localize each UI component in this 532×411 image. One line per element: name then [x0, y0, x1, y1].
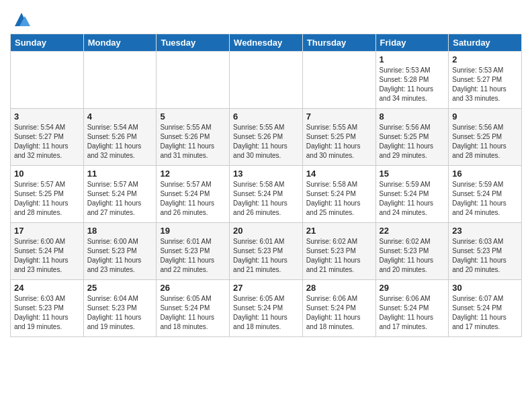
day-info: Sunrise: 5:56 AM Sunset: 5:25 PM Dayligh… — [452, 123, 518, 161]
day-number: 24 — [14, 283, 80, 293]
day-info: Sunrise: 5:59 AM Sunset: 5:24 PM Dayligh… — [380, 180, 445, 218]
day-info: Sunrise: 5:55 AM Sunset: 5:26 PM Dayligh… — [160, 123, 226, 161]
day-cell: 24Sunrise: 6:03 AM Sunset: 5:23 PM Dayli… — [11, 280, 84, 337]
day-number: 27 — [233, 283, 299, 293]
day-info: Sunrise: 6:02 AM Sunset: 5:23 PM Dayligh… — [380, 237, 445, 275]
day-cell: 23Sunrise: 6:03 AM Sunset: 5:23 PM Dayli… — [449, 223, 522, 280]
header-cell-tuesday: Tuesday — [157, 34, 230, 52]
week-row-2: 3Sunrise: 5:54 AM Sunset: 5:27 PM Daylig… — [11, 109, 522, 166]
week-row-5: 24Sunrise: 6:03 AM Sunset: 5:23 PM Dayli… — [11, 280, 522, 337]
header-cell-thursday: Thursday — [302, 34, 375, 52]
day-number: 19 — [160, 226, 226, 236]
day-number: 16 — [452, 169, 518, 179]
day-info: Sunrise: 6:06 AM Sunset: 5:24 PM Dayligh… — [380, 294, 445, 332]
day-info: Sunrise: 5:58 AM Sunset: 5:24 PM Dayligh… — [306, 180, 372, 218]
day-cell — [11, 52, 84, 109]
day-number: 2 — [452, 54, 518, 64]
day-cell: 15Sunrise: 5:59 AM Sunset: 5:24 PM Dayli… — [375, 166, 449, 223]
day-info: Sunrise: 5:54 AM Sunset: 5:26 PM Dayligh… — [87, 123, 153, 161]
day-cell: 17Sunrise: 6:00 AM Sunset: 5:24 PM Dayli… — [11, 223, 84, 280]
day-number: 17 — [14, 226, 80, 236]
day-cell: 16Sunrise: 5:59 AM Sunset: 5:24 PM Dayli… — [449, 166, 522, 223]
logo-icon — [11, 9, 32, 30]
day-info: Sunrise: 5:54 AM Sunset: 5:27 PM Dayligh… — [14, 123, 80, 161]
week-row-1: 1Sunrise: 5:53 AM Sunset: 5:28 PM Daylig… — [11, 52, 522, 109]
day-info: Sunrise: 6:00 AM Sunset: 5:24 PM Dayligh… — [14, 237, 80, 275]
day-number: 25 — [87, 283, 153, 293]
day-cell: 2Sunrise: 5:53 AM Sunset: 5:27 PM Daylig… — [449, 52, 522, 109]
day-cell: 20Sunrise: 6:01 AM Sunset: 5:23 PM Dayli… — [230, 223, 303, 280]
header-cell-sunday: Sunday — [11, 34, 84, 52]
day-number: 11 — [87, 169, 153, 179]
day-number: 3 — [14, 111, 80, 122]
day-info: Sunrise: 5:58 AM Sunset: 5:24 PM Dayligh… — [233, 180, 299, 218]
day-cell: 22Sunrise: 6:02 AM Sunset: 5:23 PM Dayli… — [375, 223, 449, 280]
week-row-4: 17Sunrise: 6:00 AM Sunset: 5:24 PM Dayli… — [11, 223, 522, 280]
day-info: Sunrise: 5:57 AM Sunset: 5:25 PM Dayligh… — [14, 180, 80, 218]
day-info: Sunrise: 5:53 AM Sunset: 5:28 PM Dayligh… — [380, 66, 445, 103]
day-info: Sunrise: 6:06 AM Sunset: 5:24 PM Dayligh… — [306, 294, 372, 332]
day-cell — [157, 52, 230, 109]
day-cell: 27Sunrise: 6:05 AM Sunset: 5:24 PM Dayli… — [230, 280, 303, 337]
day-cell: 13Sunrise: 5:58 AM Sunset: 5:24 PM Dayli… — [230, 166, 303, 223]
header-cell-monday: Monday — [83, 34, 157, 52]
day-info: Sunrise: 6:02 AM Sunset: 5:23 PM Dayligh… — [306, 237, 372, 275]
day-info: Sunrise: 6:00 AM Sunset: 5:23 PM Dayligh… — [87, 237, 153, 275]
day-number: 23 — [452, 226, 518, 236]
day-cell: 19Sunrise: 6:01 AM Sunset: 5:23 PM Dayli… — [157, 223, 230, 280]
day-info: Sunrise: 6:03 AM Sunset: 5:23 PM Dayligh… — [14, 294, 80, 332]
day-info: Sunrise: 6:01 AM Sunset: 5:23 PM Dayligh… — [233, 237, 299, 275]
day-info: Sunrise: 5:53 AM Sunset: 5:27 PM Dayligh… — [452, 66, 518, 103]
day-info: Sunrise: 5:57 AM Sunset: 5:24 PM Dayligh… — [87, 180, 153, 218]
day-cell — [83, 52, 157, 109]
day-cell: 18Sunrise: 6:00 AM Sunset: 5:23 PM Dayli… — [83, 223, 157, 280]
day-cell — [230, 52, 303, 109]
day-number: 22 — [380, 226, 445, 236]
day-info: Sunrise: 6:01 AM Sunset: 5:23 PM Dayligh… — [160, 237, 226, 275]
day-number: 4 — [87, 111, 153, 122]
day-cell: 28Sunrise: 6:06 AM Sunset: 5:24 PM Dayli… — [302, 280, 375, 337]
day-cell: 14Sunrise: 5:58 AM Sunset: 5:24 PM Dayli… — [302, 166, 375, 223]
day-number: 21 — [306, 226, 372, 236]
logo — [10, 9, 32, 30]
calendar-body: 1Sunrise: 5:53 AM Sunset: 5:28 PM Daylig… — [11, 52, 522, 337]
day-number: 30 — [452, 283, 518, 293]
calendar-header: SundayMondayTuesdayWednesdayThursdayFrid… — [11, 34, 522, 52]
day-number: 5 — [160, 111, 226, 122]
header-cell-saturday: Saturday — [449, 34, 522, 52]
day-cell — [302, 52, 375, 109]
day-cell: 25Sunrise: 6:04 AM Sunset: 5:23 PM Dayli… — [83, 280, 157, 337]
day-cell: 8Sunrise: 5:56 AM Sunset: 5:25 PM Daylig… — [375, 109, 449, 166]
day-cell: 5Sunrise: 5:55 AM Sunset: 5:26 PM Daylig… — [157, 109, 230, 166]
day-number: 6 — [233, 111, 299, 122]
calendar-table: SundayMondayTuesdayWednesdayThursdayFrid… — [10, 34, 522, 337]
day-number: 20 — [233, 226, 299, 236]
day-cell: 30Sunrise: 6:07 AM Sunset: 5:24 PM Dayli… — [449, 280, 522, 337]
day-number: 29 — [380, 283, 445, 293]
day-cell: 10Sunrise: 5:57 AM Sunset: 5:25 PM Dayli… — [11, 166, 84, 223]
day-number: 18 — [87, 226, 153, 236]
day-number: 26 — [160, 283, 226, 293]
day-number: 12 — [160, 169, 226, 179]
day-cell: 6Sunrise: 5:55 AM Sunset: 5:26 PM Daylig… — [230, 109, 303, 166]
day-number: 10 — [14, 169, 80, 179]
day-number: 28 — [306, 283, 372, 293]
day-cell: 21Sunrise: 6:02 AM Sunset: 5:23 PM Dayli… — [302, 223, 375, 280]
day-info: Sunrise: 5:57 AM Sunset: 5:24 PM Dayligh… — [160, 180, 226, 218]
header-row: SundayMondayTuesdayWednesdayThursdayFrid… — [11, 34, 522, 52]
page-header — [10, 7, 522, 30]
day-info: Sunrise: 6:04 AM Sunset: 5:23 PM Dayligh… — [87, 294, 153, 332]
day-number: 7 — [306, 111, 372, 122]
day-info: Sunrise: 5:55 AM Sunset: 5:25 PM Dayligh… — [306, 123, 372, 161]
day-number: 1 — [380, 54, 445, 64]
day-cell: 26Sunrise: 6:05 AM Sunset: 5:24 PM Dayli… — [157, 280, 230, 337]
week-row-3: 10Sunrise: 5:57 AM Sunset: 5:25 PM Dayli… — [11, 166, 522, 223]
day-cell: 1Sunrise: 5:53 AM Sunset: 5:28 PM Daylig… — [375, 52, 449, 109]
day-info: Sunrise: 6:05 AM Sunset: 5:24 PM Dayligh… — [233, 294, 299, 332]
day-number: 13 — [233, 169, 299, 179]
day-number: 9 — [452, 111, 518, 122]
day-info: Sunrise: 5:55 AM Sunset: 5:26 PM Dayligh… — [233, 123, 299, 161]
day-cell: 4Sunrise: 5:54 AM Sunset: 5:26 PM Daylig… — [83, 109, 157, 166]
day-info: Sunrise: 6:03 AM Sunset: 5:23 PM Dayligh… — [452, 237, 518, 275]
day-cell: 11Sunrise: 5:57 AM Sunset: 5:24 PM Dayli… — [83, 166, 157, 223]
